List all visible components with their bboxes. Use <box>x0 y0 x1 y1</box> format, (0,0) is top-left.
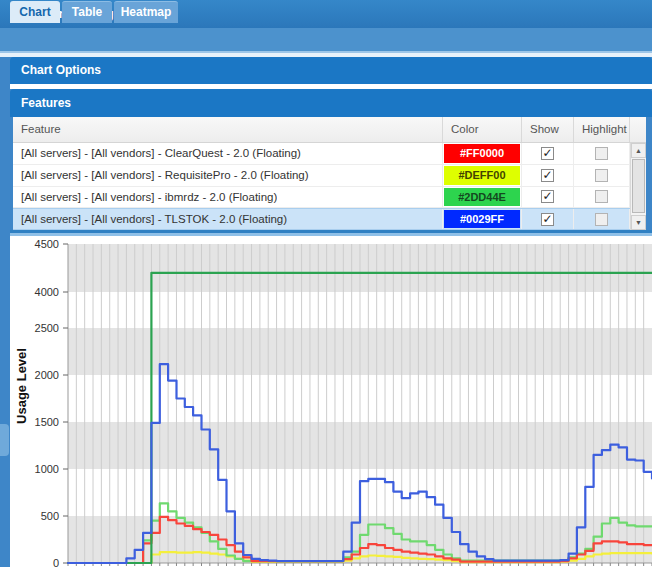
table-row[interactable]: [All servers] - [All vendors] - Requisit… <box>13 165 646 187</box>
highlight-checkbox[interactable] <box>595 190 608 203</box>
features-header[interactable]: Features <box>10 89 652 117</box>
chart-options-label: Chart Options <box>21 63 101 77</box>
color-swatch[interactable]: #FF0000 <box>444 144 520 163</box>
y-tick-label: 2500 <box>35 322 59 334</box>
usage-chart: 0500100015002000250040004500Usage Level <box>10 236 652 567</box>
tab-strip <box>0 28 652 51</box>
table-row[interactable]: [All servers] - [All vendors] - TLSTOK -… <box>13 208 646 230</box>
usage-chart-panel: 0500100015002000250040004500Usage Level <box>10 236 652 567</box>
y-tick-label: 4000 <box>35 286 59 298</box>
color-swatch[interactable]: #DEFF00 <box>444 166 520 185</box>
column-header-feature[interactable]: Feature <box>13 117 443 142</box>
show-checkbox[interactable]: ✓ <box>541 169 554 182</box>
color-swatch[interactable]: #0029FF <box>444 210 520 228</box>
y-tick-label: 0 <box>53 557 59 567</box>
column-header-scroll-spacer <box>630 117 646 142</box>
features-table: Feature Color Show Highlight [All server… <box>13 117 646 230</box>
feature-name: [All servers] - [All vendors] - Requisit… <box>13 169 309 181</box>
highlight-checkbox[interactable] <box>595 147 608 160</box>
color-swatch[interactable]: #2DD44E <box>444 188 520 207</box>
column-header-show[interactable]: Show <box>522 117 574 142</box>
feature-name: [All servers] - [All vendors] - ibmrdz -… <box>13 191 277 203</box>
highlight-checkbox[interactable] <box>595 169 608 182</box>
chart-options-header[interactable]: Chart Options <box>10 57 652 84</box>
y-tick-label: 500 <box>41 510 59 522</box>
column-header-color[interactable]: Color <box>443 117 522 142</box>
scroll-down-button[interactable]: ▼ <box>631 215 646 230</box>
table-row[interactable]: [All servers] - [All vendors] - ClearQue… <box>13 143 646 165</box>
y-axis-label: Usage Level <box>14 348 29 424</box>
features-scrollbar[interactable]: ▲ ▼ <box>630 143 646 230</box>
tab-chart[interactable]: Chart <box>10 1 60 23</box>
feature-name: [All servers] - [All vendors] - TLSTOK -… <box>13 213 287 225</box>
column-header-highlight[interactable]: Highlight <box>574 117 630 142</box>
table-row[interactable]: [All servers] - [All vendors] - ibmrdz -… <box>13 187 646 209</box>
y-tick-label: 2000 <box>35 369 59 381</box>
scroll-up-button[interactable]: ▲ <box>631 143 646 158</box>
show-checkbox[interactable]: ✓ <box>541 190 554 203</box>
tab-table[interactable]: Table <box>62 1 112 23</box>
highlight-checkbox[interactable] <box>595 213 608 226</box>
features-rows-area: [All servers] - [All vendors] - ClearQue… <box>13 143 646 230</box>
features-label: Features <box>21 96 71 110</box>
y-tick-label: 1000 <box>35 463 59 475</box>
y-tick-label: 1500 <box>35 416 59 428</box>
feature-name: [All servers] - [All vendors] - ClearQue… <box>13 147 301 159</box>
tab-heatmap[interactable]: Heatmap <box>114 1 178 23</box>
scrollbar-thumb[interactable] <box>632 159 645 213</box>
y-tick-label: 4500 <box>35 238 59 250</box>
license-usage-window: ↻ License Usage Chart Table Heatmap Char… <box>0 0 652 567</box>
show-checkbox[interactable]: ✓ <box>541 147 554 160</box>
panel-collapse-handle[interactable] <box>0 424 9 456</box>
show-checkbox[interactable]: ✓ <box>541 213 554 226</box>
features-column-header-row: Feature Color Show Highlight <box>13 117 646 143</box>
